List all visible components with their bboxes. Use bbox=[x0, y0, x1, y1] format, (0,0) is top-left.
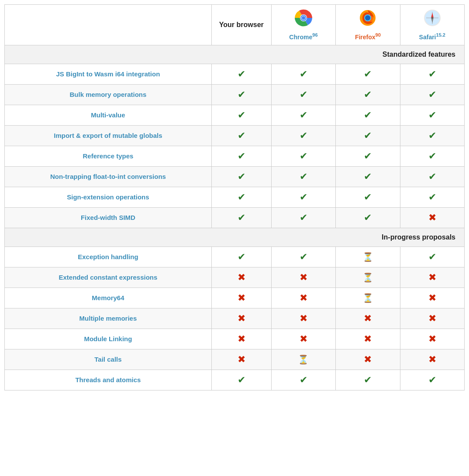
your-browser-label: Your browser bbox=[219, 21, 264, 28]
table-row: Import & export of mutable globals ✔ ✔ ✔… bbox=[5, 125, 465, 146]
table-row: Multi-value ✔ ✔ ✔ ✔ bbox=[5, 105, 465, 125]
firefox-cell: ✔ bbox=[336, 166, 400, 187]
chrome-label: Chrome96 bbox=[289, 34, 317, 41]
table-row: Reference types ✔ ✔ ✔ ✔ bbox=[5, 146, 465, 166]
safari-cell: ✔ bbox=[400, 370, 464, 390]
check-icon: ✔ bbox=[364, 374, 372, 385]
your-browser-cell: ✖ bbox=[211, 267, 271, 288]
safari-cell: ✖ bbox=[400, 308, 464, 329]
firefox-header: Firefox90 bbox=[336, 5, 400, 45]
chrome-cell: ✔ bbox=[271, 84, 335, 105]
check-icon: ✔ bbox=[300, 151, 307, 161]
feature-name: Multiple memories bbox=[5, 308, 212, 329]
table-header-row: Your browser bbox=[5, 5, 465, 45]
svg-point-17 bbox=[431, 17, 433, 19]
table-row: Threads and atomics ✔ ✔ ✔ ✔ bbox=[5, 370, 465, 390]
check-icon: ✔ bbox=[238, 192, 245, 202]
table-row: Non-trapping float-to-int conversions ✔ … bbox=[5, 166, 465, 187]
check-icon: ✔ bbox=[238, 374, 245, 385]
check-icon: ✔ bbox=[300, 171, 307, 182]
check-icon: ✔ bbox=[238, 212, 245, 223]
check-icon: ✔ bbox=[428, 151, 436, 161]
cross-icon: ✖ bbox=[238, 354, 245, 365]
safari-cell: ✔ bbox=[400, 247, 464, 267]
firefox-cell: ✔ bbox=[336, 187, 400, 207]
chrome-cell: ✔ bbox=[271, 187, 335, 207]
check-icon: ✔ bbox=[364, 192, 372, 202]
chrome-cell: ✖ bbox=[271, 288, 335, 308]
table-row: Tail calls ✖ ⏳ ✖ ✖ bbox=[5, 349, 465, 370]
cross-icon: ✖ bbox=[300, 292, 307, 303]
your-browser-cell: ✔ bbox=[211, 166, 271, 187]
your-browser-cell: ✔ bbox=[211, 105, 271, 125]
section-title: In-progress proposals bbox=[5, 228, 465, 247]
check-icon: ✔ bbox=[428, 251, 436, 262]
feature-name: Threads and atomics bbox=[5, 370, 212, 390]
firefox-cell: ✖ bbox=[336, 329, 400, 349]
cross-icon: ✖ bbox=[428, 212, 436, 223]
hourglass-icon: ⏳ bbox=[362, 293, 373, 303]
firefox-cell: ⏳ bbox=[336, 267, 400, 288]
feature-name: Sign-extension operations bbox=[5, 187, 212, 207]
safari-cell: ✖ bbox=[400, 349, 464, 370]
safari-cell: ✖ bbox=[400, 267, 464, 288]
cross-icon: ✖ bbox=[364, 354, 372, 365]
safari-cell: ✖ bbox=[400, 329, 464, 349]
check-icon: ✔ bbox=[428, 192, 436, 202]
your-browser-cell: ✖ bbox=[211, 308, 271, 329]
safari-header: Safari15.2 bbox=[400, 5, 464, 45]
cross-icon: ✖ bbox=[428, 333, 436, 344]
check-icon: ✔ bbox=[364, 171, 372, 182]
check-icon: ✔ bbox=[428, 171, 436, 182]
cross-icon: ✖ bbox=[364, 313, 372, 324]
compatibility-table-wrapper: Your browser bbox=[4, 4, 465, 390]
firefox-cell: ✔ bbox=[336, 146, 400, 166]
feature-name: Reference types bbox=[5, 146, 212, 166]
check-icon: ✔ bbox=[238, 110, 245, 120]
firefox-cell: ✖ bbox=[336, 349, 400, 370]
cross-icon: ✖ bbox=[238, 333, 245, 344]
your-browser-header: Your browser bbox=[211, 5, 271, 45]
check-icon: ✔ bbox=[364, 89, 372, 100]
chrome-cell: ✔ bbox=[271, 207, 335, 228]
cross-icon: ✖ bbox=[238, 292, 245, 303]
check-icon: ✔ bbox=[364, 130, 372, 141]
section-header-row: In-progress proposals bbox=[5, 228, 465, 247]
cross-icon: ✖ bbox=[428, 272, 436, 283]
your-browser-cell: ✖ bbox=[211, 349, 271, 370]
feature-name: Module Linking bbox=[5, 329, 212, 349]
firefox-cell: ✔ bbox=[336, 125, 400, 146]
feature-name: Bulk memory operations bbox=[5, 84, 212, 105]
check-icon: ✔ bbox=[364, 110, 372, 120]
cross-icon: ✖ bbox=[428, 354, 436, 365]
check-icon: ✔ bbox=[428, 130, 436, 141]
table-row: Sign-extension operations ✔ ✔ ✔ ✔ bbox=[5, 187, 465, 207]
section-header-row: Standardized features bbox=[5, 45, 465, 64]
your-browser-cell: ✔ bbox=[211, 187, 271, 207]
check-icon: ✔ bbox=[300, 374, 307, 385]
check-icon: ✔ bbox=[428, 110, 436, 120]
firefox-cell: ✖ bbox=[336, 308, 400, 329]
chrome-cell: ✔ bbox=[271, 247, 335, 267]
firefox-cell: ✔ bbox=[336, 207, 400, 228]
feature-name: Exception handling bbox=[5, 247, 212, 267]
your-browser-cell: ✔ bbox=[211, 64, 271, 84]
table-row: Fixed-width SIMD ✔ ✔ ✔ ✖ bbox=[5, 207, 465, 228]
feature-column-header bbox=[5, 5, 212, 45]
safari-icon bbox=[403, 9, 462, 31]
table-row: JS BigInt to Wasm i64 integration ✔ ✔ ✔ … bbox=[5, 64, 465, 84]
check-icon: ✔ bbox=[238, 171, 245, 182]
chrome-cell: ✔ bbox=[271, 166, 335, 187]
check-icon: ✔ bbox=[428, 89, 436, 100]
safari-label: Safari15.2 bbox=[419, 34, 445, 41]
chrome-cell: ✔ bbox=[271, 105, 335, 125]
firefox-cell: ✔ bbox=[336, 105, 400, 125]
chrome-header: Chrome96 bbox=[271, 5, 335, 45]
feature-name: Extended constant expressions bbox=[5, 267, 212, 288]
your-browser-cell: ✔ bbox=[211, 370, 271, 390]
check-icon: ✔ bbox=[364, 151, 372, 161]
check-icon: ✔ bbox=[364, 68, 372, 79]
safari-cell: ✖ bbox=[400, 288, 464, 308]
safari-cell: ✔ bbox=[400, 84, 464, 105]
hourglass-icon: ⏳ bbox=[362, 252, 373, 262]
